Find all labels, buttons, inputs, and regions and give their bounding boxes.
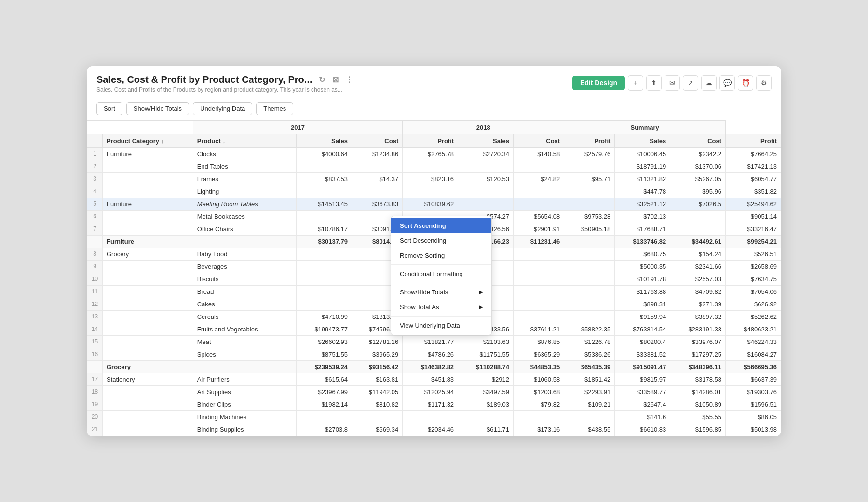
cost-2017-header: Cost (352, 134, 403, 147)
data-cell: $2647.4 (615, 398, 670, 410)
context-remove-sorting[interactable]: Remove Sorting (391, 248, 491, 263)
category-cell (103, 260, 193, 273)
data-cell: $32521.12 (615, 198, 670, 210)
table-row: 17StationeryAir Purifiers$615.64$163.81$… (87, 373, 781, 385)
data-cell: $9815.97 (615, 373, 670, 385)
data-cell: $1226.78 (564, 335, 615, 348)
category-cell (103, 385, 193, 398)
data-cell: $837.53 (297, 172, 352, 185)
summary-header: Summary (564, 120, 726, 134)
schedule-icon[interactable]: ⏰ (738, 75, 753, 91)
product-cell: Cereals (193, 310, 297, 323)
titlebar-icons: ↻ ⊠ ⋮ (317, 75, 354, 84)
product-cell: Clocks (193, 147, 297, 160)
product-category-header[interactable]: Product Category ↓ (103, 134, 193, 147)
product-cell: Binder Clips (193, 398, 297, 410)
product-header[interactable]: Product ↓ (193, 134, 297, 147)
refresh-icon[interactable]: ↻ (317, 75, 327, 84)
data-cell: $6054.77 (726, 172, 781, 185)
data-cell: $2658.69 (726, 260, 781, 273)
data-cell: $271.39 (670, 298, 726, 310)
data-cell (564, 260, 615, 273)
data-cell (670, 210, 726, 223)
data-cell: $95.96 (670, 185, 726, 198)
column-group-header: 2017 2018 Summary (87, 120, 781, 134)
product-cell: Baby Food (193, 248, 297, 260)
email-icon[interactable]: ✉ (665, 75, 680, 91)
data-cell (297, 160, 352, 172)
data-cell: $6610.83 (615, 423, 670, 436)
table-icon[interactable]: ⊠ (331, 75, 340, 84)
row-num-header (87, 134, 103, 147)
data-cell: $2342.2 (670, 147, 726, 160)
data-cell (297, 185, 352, 198)
product-cell: Binding Machines (193, 410, 297, 423)
context-view-underlying-data[interactable]: View Underlying Data (391, 318, 491, 333)
context-show-hide-totals[interactable]: Show/Hide Totals ▶ (391, 285, 491, 300)
share-icon[interactable]: ↗ (683, 75, 698, 91)
table-row: 21Binding Supplies$2703.8$669.34$2034.46… (87, 423, 781, 436)
data-cell: $37611.21 (513, 323, 564, 335)
row-num-cell: 16 (87, 348, 103, 360)
data-cell: $5262.62 (726, 310, 781, 323)
data-cell: $876.85 (513, 335, 564, 348)
data-cell: $50905.18 (564, 223, 615, 235)
row-num-cell: 11 (87, 285, 103, 298)
themes-button[interactable]: Themes (256, 102, 293, 115)
edit-design-button[interactable]: Edit Design (572, 76, 625, 90)
category-cell: Stationery (103, 373, 193, 385)
data-cell (670, 223, 726, 235)
cloud-upload-icon[interactable]: ☁ (701, 75, 717, 91)
data-cell: $173.16 (513, 423, 564, 436)
row-num-cell: 19 (87, 398, 103, 410)
product-cell (193, 360, 297, 373)
titlebar-left: Sales, Cost & Profit by Product Category… (96, 74, 354, 93)
table-row: 2End Tables$18791.19$1370.06$17421.13 (87, 160, 781, 172)
data-cell: $163.81 (352, 373, 403, 385)
data-cell: $30137.79 (297, 235, 352, 248)
data-cell: $9159.94 (615, 310, 670, 323)
context-show-total-as[interactable]: Show Total As ▶ (391, 300, 491, 315)
row-num-cell: 13 (87, 310, 103, 323)
data-cell (297, 260, 352, 273)
context-sort-descending[interactable]: Sort Descending (391, 233, 491, 248)
data-cell: $348396.11 (670, 360, 726, 373)
data-cell: $10786.17 (297, 223, 352, 235)
comment-icon[interactable]: 💬 (719, 75, 735, 91)
main-window: Sales, Cost & Profit by Product Category… (87, 66, 781, 436)
more-options-icon[interactable]: ⋮ (344, 75, 354, 84)
row-num-cell: 18 (87, 385, 103, 398)
category-cell: Grocery (103, 360, 193, 373)
context-sort-ascending[interactable]: Sort Ascending (391, 218, 491, 233)
row-num-cell: 5 (87, 198, 103, 210)
data-cell (564, 198, 615, 210)
row-num-cell: 20 (87, 410, 103, 423)
data-cell: $93156.42 (352, 360, 403, 373)
underlying-data-button[interactable]: Underlying Data (193, 102, 252, 115)
add-icon[interactable]: + (628, 75, 643, 91)
data-cell (513, 248, 564, 260)
category-cell: Furniture (103, 235, 193, 248)
context-conditional-formatting[interactable]: Conditional Formatting (391, 266, 491, 281)
data-cell: $3673.83 (352, 198, 403, 210)
context-separator-2 (391, 283, 491, 283)
data-cell: $9051.14 (726, 210, 781, 223)
row-num-cell: 8 (87, 248, 103, 260)
data-cell (513, 298, 564, 310)
titlebar-right: Edit Design + ⬆ ✉ ↗ ☁ 💬 ⏰ ⚙ (572, 75, 772, 91)
data-cell: $6637.39 (726, 373, 781, 385)
data-cell: $1171.32 (403, 398, 458, 410)
settings-icon[interactable]: ⚙ (756, 75, 772, 91)
data-cell: $46224.33 (726, 335, 781, 348)
sort-button[interactable]: Sort (96, 102, 122, 115)
category-cell (103, 160, 193, 172)
product-cell (193, 235, 297, 248)
data-cell: $17688.71 (615, 223, 670, 235)
data-cell (297, 298, 352, 310)
upload-icon[interactable]: ⬆ (646, 75, 662, 91)
data-cell: $55.55 (670, 410, 726, 423)
category-cell (103, 285, 193, 298)
show-hide-totals-button[interactable]: Show/Hide Totals (126, 102, 189, 115)
product-cell: Lighting (193, 185, 297, 198)
data-cell: $12781.16 (352, 335, 403, 348)
